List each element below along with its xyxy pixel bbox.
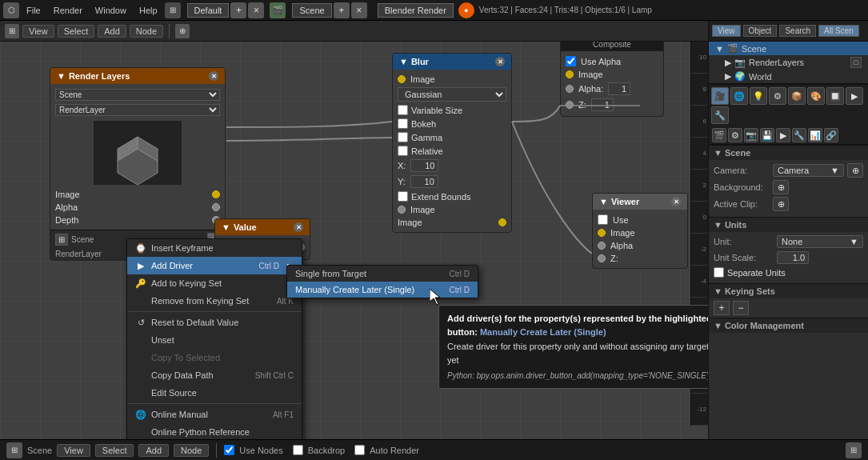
menu-file[interactable]: File [21, 4, 46, 17]
viewer-collapse-icon[interactable]: ▼ [599, 197, 608, 206]
menu-render[interactable]: Render [48, 4, 88, 17]
ctx-online-manual[interactable]: 🌐 Online Manual Alt F1 [127, 406, 302, 423]
scene-btn[interactable]: ⊞ [55, 234, 68, 246]
backdrop-checkbox[interactable] [293, 445, 303, 455]
submenu-manually-create[interactable]: Manually Create Later (Single) Ctrl D [287, 282, 478, 298]
keying-remove-btn[interactable]: − [733, 301, 749, 315]
outliner-search-btn[interactable]: Search [779, 25, 816, 37]
viewer-alpha-socket[interactable] [598, 242, 606, 250]
scene-add-icon[interactable]: + [334, 2, 350, 18]
ctx-add-keying[interactable]: 🔑 Add to Keying Set [127, 274, 302, 292]
menu-help[interactable]: Help [134, 4, 163, 17]
blur-close[interactable]: ✕ [495, 57, 505, 66]
blur-y-input[interactable] [410, 175, 438, 188]
menu-window[interactable]: Window [90, 4, 132, 17]
bottom-select-btn[interactable]: Select [95, 444, 134, 457]
submenu-single-from-target[interactable]: Single from Target Ctrl D [287, 266, 478, 282]
unit-system-val[interactable]: None ▼ [777, 235, 863, 248]
outliner-render-layers[interactable]: ▶ 📷 RenderLayers □ [718, 55, 868, 70]
viewer-use-checkbox[interactable] [598, 214, 608, 225]
scene-section-header[interactable]: ▼ Scene [709, 145, 868, 160]
rl-image-socket[interactable] [212, 190, 220, 198]
render-engine-selector[interactable]: Blender Render [378, 3, 454, 18]
render-expand-icon[interactable]: □ [850, 57, 862, 68]
bottom-add-btn[interactable]: Add [138, 444, 169, 457]
node-editor[interactable]: ⊞ View Select Add Node ⊕ ▼ [0, 21, 708, 439]
prop-icon-7[interactable]: 📊 [808, 128, 822, 142]
active-clip-btn[interactable]: ⊕ [773, 197, 789, 211]
bottom-node-btn[interactable]: Node [174, 444, 209, 457]
outliner-world[interactable]: ▶ 🌍 World [718, 70, 868, 83]
camera-val[interactable]: Camera ▼ [773, 164, 844, 177]
props-tab-mesh[interactable]: 📦 [788, 87, 806, 105]
scene-selector[interactable]: Scene [292, 3, 331, 18]
prop-icon-6[interactable]: 🔧 [792, 128, 806, 142]
outliner-view-btn[interactable]: View [712, 25, 741, 37]
keying-sets-header[interactable]: ▼ Keying Sets [709, 283, 868, 298]
props-tab-material[interactable]: 🎨 [807, 87, 825, 105]
props-tab-scene[interactable]: 🌐 [730, 87, 748, 105]
blur-type-select[interactable]: Gaussian [398, 87, 506, 102]
ctx-copy-data[interactable]: Copy Data Path Shift Ctrl C [127, 366, 302, 384]
props-tab-particles[interactable]: 🔲 [826, 87, 844, 105]
ctx-add-driver[interactable]: ▶ Add Driver Ctrl D ▶ [127, 257, 302, 274]
prop-icon-8[interactable]: 🔗 [824, 128, 838, 142]
prop-icon-3[interactable]: 📷 [744, 128, 758, 142]
rl-alpha-socket[interactable] [212, 203, 220, 211]
outliner-scene[interactable]: ▼ 🎬 Scene [709, 42, 868, 55]
background-btn[interactable]: ⊕ [773, 180, 789, 194]
prop-icon-4[interactable]: 💾 [760, 128, 774, 142]
composite-z-val[interactable] [591, 98, 614, 111]
blur-variable-checkbox[interactable] [398, 105, 408, 115]
camera-link-btn[interactable]: ⊕ [847, 163, 863, 178]
bottom-view-btn[interactable]: View [57, 444, 90, 457]
ctx-reset[interactable]: ↺ Reset to Default Value [127, 314, 302, 331]
workspace-add-icon[interactable]: + [230, 2, 246, 18]
bottom-right-icon[interactable]: ⊞ [846, 442, 862, 458]
prop-icon-5[interactable]: ▶ [776, 128, 790, 142]
composite-z-socket[interactable] [566, 101, 574, 109]
select-btn[interactable]: Select [58, 25, 95, 38]
props-tab-object[interactable]: ⚙ [769, 87, 786, 105]
ctx-remove-keying[interactable]: Remove from Keying Set Alt K [127, 292, 302, 310]
blur-collapse-icon[interactable]: ▼ [399, 57, 408, 66]
viewer-z-socket[interactable] [598, 254, 606, 262]
ctx-python-ref[interactable]: Online Python Reference [127, 423, 302, 439]
render-layers-close[interactable]: ✕ [209, 71, 218, 81]
props-tab-physics[interactable]: ▶ [846, 87, 863, 105]
props-tab-render[interactable]: 🎥 [711, 87, 729, 105]
color-management-header[interactable]: ▼ Color Management [709, 318, 868, 333]
blur-extend-checkbox[interactable] [398, 191, 408, 202]
props-tab-constraints[interactable]: 🔧 [711, 106, 729, 124]
value-close[interactable]: ✕ [294, 222, 303, 232]
composite-image-socket[interactable] [566, 70, 574, 78]
use-nodes-checkbox[interactable] [224, 445, 234, 455]
blur-image-in-socket[interactable] [398, 75, 406, 83]
composite-alpha-in-socket[interactable] [566, 85, 574, 93]
workspace-close-icon[interactable]: × [248, 2, 264, 18]
keying-add-btn[interactable]: + [714, 301, 730, 315]
node-snap-icon[interactable]: ⊕ [175, 24, 190, 38]
composite-alpha-checkbox[interactable] [566, 56, 576, 66]
blur-relative-checkbox[interactable] [398, 146, 408, 156]
blur-image-out-socket[interactable] [498, 218, 506, 226]
units-section-header[interactable]: ▼ Units [709, 217, 868, 232]
separate-units-checkbox[interactable] [714, 267, 724, 278]
prop-icon-2[interactable]: ⚙ [728, 128, 742, 142]
view-btn[interactable]: View [22, 25, 54, 38]
outliner-all-btn[interactable]: All Scen [818, 25, 859, 37]
workspace-selector[interactable]: Default [187, 3, 230, 18]
render-layers-collapse-icon[interactable]: ▼ [57, 71, 66, 81]
blur-gamma-checkbox[interactable] [398, 132, 408, 142]
bottom-editor-icon[interactable]: ⊞ [6, 442, 22, 458]
prop-icon-1[interactable]: 🎬 [712, 128, 726, 142]
render-layers-scene-select[interactable]: Scene [55, 89, 220, 101]
composite-alpha-val[interactable] [608, 82, 630, 95]
scene-close-icon[interactable]: × [351, 2, 367, 18]
blur-size-in-socket[interactable] [398, 206, 406, 214]
auto-render-checkbox[interactable] [354, 445, 365, 455]
add-btn[interactable]: Add [98, 25, 126, 38]
ctx-edit-source[interactable]: Edit Source [127, 384, 302, 402]
blur-x-input[interactable] [410, 159, 438, 172]
render-layers-layer-select[interactable]: RenderLayer [55, 104, 220, 116]
